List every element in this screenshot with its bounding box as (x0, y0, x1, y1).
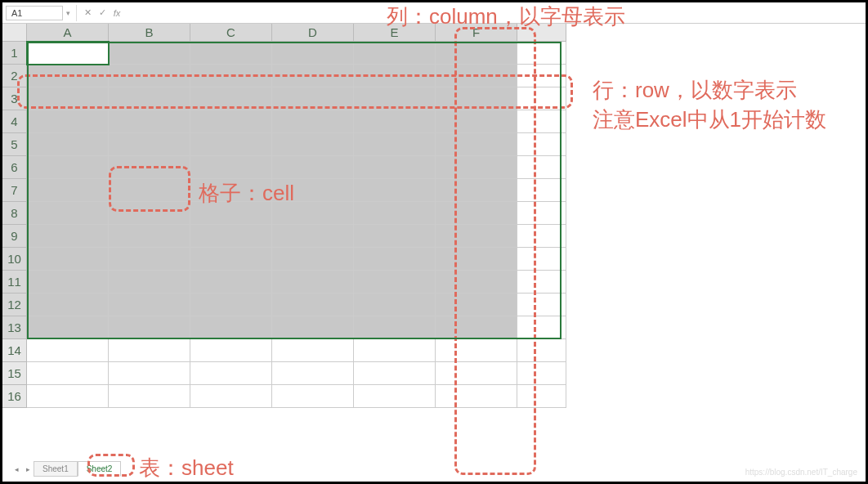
cell[interactable] (27, 362, 109, 385)
cell[interactable] (436, 294, 517, 316)
cell[interactable] (436, 42, 517, 65)
cell[interactable] (190, 225, 272, 248)
cell[interactable] (109, 385, 190, 408)
cell[interactable] (517, 248, 566, 271)
cell[interactable] (354, 65, 436, 87)
row-header-7[interactable]: 7 (2, 179, 27, 202)
cell[interactable] (354, 110, 436, 133)
cell-A1[interactable] (27, 42, 109, 65)
sheet-tab-2[interactable]: Sheet2 (78, 461, 122, 477)
cell[interactable] (517, 65, 566, 87)
cell[interactable] (27, 294, 109, 316)
cell[interactable] (517, 385, 566, 408)
column-header-A[interactable]: A (27, 24, 109, 42)
tab-nav-next-icon[interactable]: ▸ (22, 465, 34, 473)
cell[interactable] (436, 316, 517, 339)
cell[interactable] (109, 271, 190, 294)
cell[interactable] (436, 202, 517, 225)
cell[interactable] (272, 248, 354, 271)
row-header-10[interactable]: 10 (2, 248, 27, 271)
cell[interactable] (27, 156, 109, 179)
column-header-C[interactable]: C (190, 24, 272, 42)
row-header-5[interactable]: 5 (2, 133, 27, 156)
row-header-16[interactable]: 16 (2, 385, 27, 408)
cell[interactable] (190, 362, 272, 385)
cell[interactable] (354, 179, 436, 202)
cell[interactable] (517, 362, 566, 385)
cell[interactable] (109, 87, 190, 110)
cell[interactable] (190, 294, 272, 316)
name-box[interactable]: A1 (6, 6, 63, 20)
cell[interactable] (272, 271, 354, 294)
cell[interactable] (436, 271, 517, 294)
cell[interactable] (272, 362, 354, 385)
cell[interactable] (109, 248, 190, 271)
cell[interactable] (272, 294, 354, 316)
cell[interactable] (27, 339, 109, 362)
cell[interactable] (109, 42, 190, 65)
select-all-corner[interactable] (2, 24, 27, 42)
cell[interactable] (436, 339, 517, 362)
cell[interactable] (27, 316, 109, 339)
cell[interactable] (436, 362, 517, 385)
cell[interactable] (27, 65, 109, 87)
cell[interactable] (27, 87, 109, 110)
cell[interactable] (517, 156, 566, 179)
cell[interactable] (272, 339, 354, 362)
cell[interactable] (190, 133, 272, 156)
cell[interactable] (190, 65, 272, 87)
cell[interactable] (354, 133, 436, 156)
cell[interactable] (27, 133, 109, 156)
cell[interactable] (436, 110, 517, 133)
cell[interactable] (517, 271, 566, 294)
cell[interactable] (517, 110, 566, 133)
cell[interactable] (190, 385, 272, 408)
row-header-13[interactable]: 13 (2, 316, 27, 339)
cell[interactable] (517, 294, 566, 316)
row-header-12[interactable]: 12 (2, 294, 27, 316)
cell[interactable] (109, 156, 190, 179)
cell[interactable] (272, 65, 354, 87)
column-header-D[interactable]: D (272, 24, 354, 42)
cell[interactable] (436, 248, 517, 271)
cell[interactable] (190, 87, 272, 110)
cell[interactable] (190, 156, 272, 179)
row-header-2[interactable]: 2 (2, 65, 27, 87)
cell[interactable] (27, 248, 109, 271)
row-header-8[interactable]: 8 (2, 202, 27, 225)
fx-icon[interactable]: fx (110, 8, 124, 18)
cancel-icon[interactable]: ✕ (80, 7, 95, 18)
cell[interactable] (354, 385, 436, 408)
cell[interactable] (517, 339, 566, 362)
cell[interactable] (109, 65, 190, 87)
cell[interactable] (436, 65, 517, 87)
cell[interactable] (354, 294, 436, 316)
cell[interactable] (109, 133, 190, 156)
cell[interactable] (436, 225, 517, 248)
cell[interactable] (272, 42, 354, 65)
column-header-B[interactable]: B (109, 24, 190, 42)
cell[interactable] (354, 339, 436, 362)
cell[interactable] (272, 225, 354, 248)
name-box-dropdown-icon[interactable]: ▾ (63, 9, 73, 17)
cell[interactable] (190, 316, 272, 339)
cell[interactable] (354, 156, 436, 179)
cell[interactable] (109, 225, 190, 248)
sheet-tab-1[interactable]: Sheet1 (34, 461, 78, 477)
row-header-14[interactable]: 14 (2, 339, 27, 362)
cell[interactable] (436, 133, 517, 156)
cell[interactable] (517, 87, 566, 110)
cell[interactable] (436, 156, 517, 179)
cell[interactable] (517, 133, 566, 156)
cell[interactable] (272, 133, 354, 156)
cell[interactable] (190, 339, 272, 362)
cell[interactable] (190, 42, 272, 65)
cell[interactable] (517, 225, 566, 248)
cell[interactable] (517, 42, 566, 65)
row-header-4[interactable]: 4 (2, 110, 27, 133)
cell[interactable] (109, 316, 190, 339)
cell[interactable] (354, 42, 436, 65)
cell[interactable] (109, 339, 190, 362)
confirm-icon[interactable]: ✓ (95, 7, 110, 18)
cell[interactable] (436, 385, 517, 408)
